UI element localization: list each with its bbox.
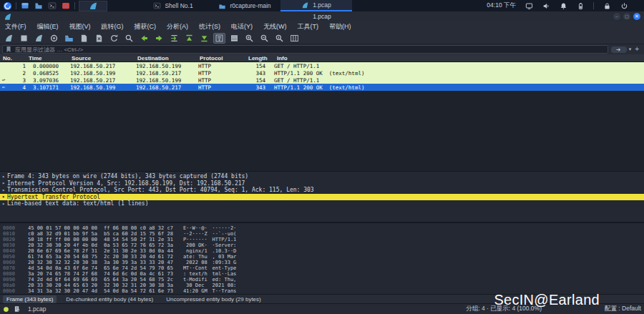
hex-row[interactable]: 002050 18 ff ff 00 00 00 0048 54 54 50 2… — [3, 237, 644, 242]
go-forward-button[interactable] — [153, 33, 165, 44]
detail-row[interactable]: ▸Frame 4: 343 bytes on wire (2744 bits),… — [0, 173, 644, 180]
column-header-source[interactable]: Source — [70, 55, 136, 62]
hex-row[interactable]: 006020 32 30 32 32 20 30 383a 30 39 3a 3… — [3, 260, 644, 265]
hex-row[interactable]: 00803a 20 74 65 78 74 2f 6874 6d 6c 0d 0… — [3, 271, 644, 277]
volume-icon[interactable] — [542, 1, 550, 10]
auto-scroll-button[interactable] — [213, 33, 225, 44]
zoom-out-button[interactable] — [258, 33, 270, 44]
active-app-wireshark[interactable] — [79, 1, 107, 11]
add-filter-button[interactable]: + — [635, 46, 639, 53]
folder-icon — [218, 2, 226, 10]
notifications-icon[interactable] — [559, 1, 567, 10]
close-file-button[interactable] — [93, 33, 105, 44]
hex-row[interactable]: 004020 6e 67 69 6e 78 2f 312e 31 30 2e 3… — [3, 248, 644, 254]
apply-filter-button[interactable] — [611, 46, 627, 53]
zoom-in-button[interactable] — [243, 33, 255, 44]
menu-item-1[interactable]: 编辑(E) — [37, 22, 59, 31]
menu-item-8[interactable]: 无线(W) — [263, 22, 287, 31]
capture-comment-icon[interactable] — [14, 305, 21, 313]
go-first-button[interactable] — [183, 33, 195, 44]
expand-arrow-icon[interactable]: ▸ — [0, 201, 7, 207]
menu-item-0[interactable]: 文件(F) — [5, 22, 26, 31]
display-filter-box[interactable] — [2, 45, 608, 54]
packet-row[interactable]: 10.000000192.168.50.217192.168.50.199HTT… — [0, 62, 644, 69]
menu-item-7[interactable]: 电话(Y) — [231, 22, 253, 31]
terminal-icon[interactable] — [47, 1, 57, 11]
hex-ascii: ··2····Z — [183, 231, 208, 237]
restart-capture-button[interactable] — [33, 33, 45, 44]
hex-row[interactable]: 000045 00 01 57 00 00 40 00ff 06 08 00 c… — [3, 225, 644, 231]
hex-row[interactable]: 003020 32 30 30 20 4f 4b 0d0a 53 65 72 7… — [3, 242, 644, 248]
column-header-destination[interactable]: Destination — [136, 55, 198, 62]
menu-item-10[interactable]: 帮助(H) — [329, 22, 351, 31]
zoom-original-button[interactable] — [273, 33, 286, 44]
detail-row[interactable]: ▸Hypertext Transfer Protocol — [0, 194, 644, 201]
file-manager-icon[interactable] — [20, 1, 30, 11]
expand-arrow-icon[interactable]: ▸ — [0, 180, 7, 186]
detail-row[interactable]: ▸Internet Protocol Version 4, Src: 192.1… — [0, 180, 644, 187]
hex-row[interactable]: 0010c0 a8 32 d9 01 bb 9f 5ab5 ca 60 2d 1… — [3, 231, 644, 237]
open-file-button[interactable] — [63, 33, 75, 44]
taskbar-task-r0capture-main[interactable]: r0capture-main — [209, 0, 280, 11]
display-icon[interactable] — [525, 1, 533, 10]
detail-row[interactable]: ▸Line-based text data: text/html (1 line… — [0, 200, 644, 207]
reload-file-button[interactable] — [108, 33, 120, 44]
hex-offset: 0050 — [3, 254, 21, 260]
column-header-length[interactable]: Length — [247, 55, 275, 62]
profile-label[interactable]: 配置 : Default — [605, 305, 641, 313]
column-header-info[interactable]: Info — [275, 55, 644, 62]
hex-offset: 0090 — [3, 277, 21, 283]
hex-row[interactable]: 005061 74 65 3a 20 54 68 752c 20 30 33 2… — [3, 254, 644, 260]
go-last-button[interactable] — [198, 33, 210, 44]
column-header-no[interactable]: No. — [0, 55, 27, 62]
menu-item-5[interactable]: 分析(A) — [167, 22, 188, 31]
menu-item-9[interactable]: 工具(T) — [298, 22, 319, 31]
go-back-button[interactable] — [138, 33, 150, 44]
packet-row[interactable]: ←43.107171192.168.50.199192.168.50.217HT… — [0, 84, 644, 91]
menu-item-6[interactable]: 统计(S) — [199, 22, 220, 31]
menu-item-2[interactable]: 视图(V) — [69, 22, 91, 31]
bookmark-icon[interactable] — [5, 46, 12, 53]
go-to-packet-button[interactable] — [168, 33, 180, 44]
byte-tab-2[interactable]: Uncompressed entity body (29 bytes) — [162, 295, 265, 303]
media-player-icon[interactable] — [61, 1, 71, 11]
column-header-time[interactable]: Time — [27, 55, 70, 62]
menu-item-4[interactable]: 捕获(C) — [135, 22, 157, 31]
cell-info: GET / HTTP/1.1 — [265, 63, 644, 69]
battery-icon[interactable] — [576, 1, 585, 10]
detail-row[interactable]: ▸Transmission Control Protocol, Src Port… — [0, 187, 644, 194]
hex-row[interactable]: 00704d 54 0d 0a 43 6f 6e 7465 6e 74 2d 5… — [3, 265, 644, 271]
menu-item-3[interactable]: 跳转(G) — [102, 22, 124, 31]
close-button[interactable]: ✕ — [633, 13, 640, 20]
files-icon[interactable] — [34, 1, 44, 11]
hex-row[interactable]: 009074 2d 4d 6f 64 69 66 6965 64 3a 20 5… — [3, 277, 644, 283]
power-icon[interactable] — [620, 1, 628, 10]
stop-capture-button[interactable] — [18, 33, 30, 44]
taskbar-task-1-pcap[interactable]: 1.pcap — [280, 0, 352, 11]
capture-options-button[interactable] — [48, 33, 60, 44]
hex-row[interactable]: 00a020 33 30 20 44 65 63 2032 30 32 31 2… — [3, 283, 644, 288]
lock-icon[interactable] — [602, 1, 611, 10]
launcher-icon[interactable] — [2, 1, 12, 11]
taskbar-task-shell-no-1[interactable]: Shell No.1 — [137, 0, 209, 11]
expand-arrow-icon[interactable]: ▸ — [0, 187, 7, 193]
byte-tab-0[interactable]: Frame (343 bytes) — [3, 295, 57, 303]
window-titlebar[interactable]: 1.pcap – ▢ ✕ — [0, 11, 644, 21]
display-filter-input[interactable] — [15, 46, 605, 53]
byte-tab-1[interactable]: De-chunked entity body (44 bytes) — [62, 295, 157, 303]
resize-columns-button[interactable] — [288, 33, 301, 44]
expert-info-icon[interactable] — [3, 306, 9, 313]
packet-row[interactable]: ↩33.097036192.168.50.217192.168.50.199HT… — [0, 77, 644, 84]
hex-ascii: : text/h — [183, 271, 208, 277]
expand-arrow-icon[interactable]: ▸ — [0, 174, 7, 180]
packet-row[interactable]: 20.068525192.168.50.199192.168.50.217HTT… — [0, 69, 644, 77]
colorize-button[interactable] — [228, 33, 240, 44]
minimize-button[interactable]: – — [613, 13, 620, 20]
find-packet-button[interactable] — [123, 33, 135, 44]
save-file-button[interactable] — [78, 33, 90, 44]
filter-dropdown-caret[interactable]: ▾ — [629, 46, 632, 52]
maximize-button[interactable]: ▢ — [623, 13, 630, 20]
start-capture-button[interactable] — [3, 33, 15, 44]
expand-arrow-icon[interactable]: ▸ — [0, 194, 7, 200]
column-header-protocol[interactable]: Protocol — [198, 55, 247, 62]
